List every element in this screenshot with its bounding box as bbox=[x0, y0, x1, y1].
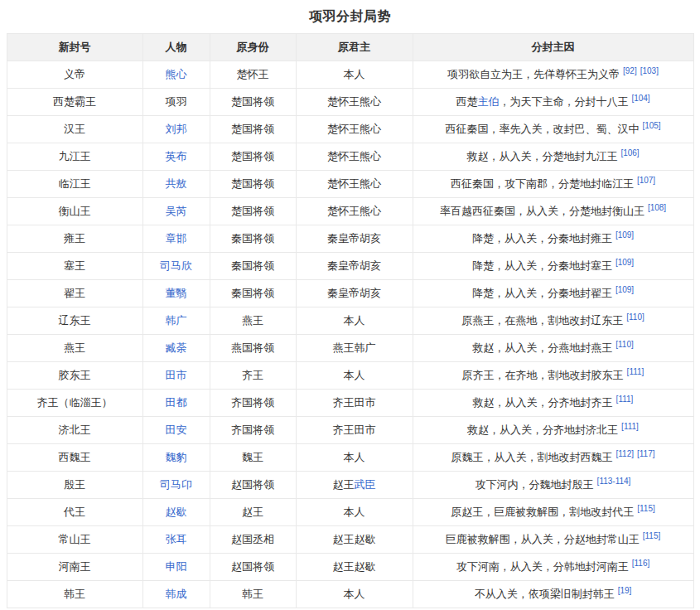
cell-new-title: 汉王 bbox=[7, 116, 142, 143]
table-row: 翟王董翳秦国将领秦皇帝胡亥降楚，从入关，分秦地封翟王[109] bbox=[7, 280, 693, 307]
table-row: 河南王申阳赵国将领赵王赵歇攻下河南，从入关，分韩地封河南王[116] bbox=[7, 554, 693, 581]
entity-link[interactable]: 田安 bbox=[166, 424, 187, 436]
reference-link[interactable]: [19] bbox=[618, 586, 632, 595]
entity-link[interactable]: 张耳 bbox=[166, 533, 187, 545]
reference-link[interactable]: [113-114] bbox=[597, 477, 631, 486]
table-row: 塞王司马欣秦国将领秦皇帝胡亥降楚，从入关，分秦地封塞王[109] bbox=[7, 253, 693, 280]
cell-new-title: 西楚霸王 bbox=[7, 89, 142, 116]
table-row: 临江王共敖楚国将领楚怀王熊心西征秦国，攻下南郡，分楚地封临江王[107] bbox=[7, 171, 693, 198]
cell-identity: 赵国将领 bbox=[210, 472, 296, 499]
reference-link[interactable]: [116] bbox=[632, 559, 650, 568]
page: 项羽分封局势 新封号人物原身份原君主分封主因 义帝熊心楚怀王本人项羽欲自立为王，… bbox=[0, 0, 700, 608]
cell-person: 魏豹 bbox=[142, 444, 210, 472]
reference-link[interactable]: [117] bbox=[637, 449, 655, 458]
cell-new-title: 雍王 bbox=[7, 225, 142, 253]
entity-link[interactable]: 刘邦 bbox=[166, 123, 187, 135]
cell-lord: 楚怀王熊心 bbox=[296, 198, 413, 225]
cell-identity: 楚国将领 bbox=[210, 116, 296, 143]
cell-person: 吴芮 bbox=[142, 198, 210, 225]
reference-link[interactable]: [111] bbox=[616, 395, 634, 404]
column-header-3: 原君主 bbox=[296, 34, 413, 61]
entity-link[interactable]: 田市 bbox=[166, 369, 187, 381]
reference-sup: [109] bbox=[616, 230, 634, 240]
cell-text: 巨鹿被救解围，从入关，分赵地封常山王 bbox=[446, 533, 640, 545]
cell-new-title: 辽东王 bbox=[7, 307, 142, 335]
cell-text: 攻下河南，从入关，分韩地封河南王 bbox=[456, 560, 629, 573]
reference-link[interactable]: [108] bbox=[648, 203, 666, 212]
reference-link[interactable]: [115] bbox=[643, 531, 661, 540]
reference-sup: [19] bbox=[618, 586, 632, 595]
cell-lord: 齐王田市 bbox=[296, 390, 413, 417]
cell-new-title: 衡山王 bbox=[7, 198, 142, 225]
cell-reason: 西楚主伯，为天下主命，分封十八王[104] bbox=[413, 89, 693, 116]
entity-link[interactable]: 申阳 bbox=[166, 560, 187, 573]
entity-link[interactable]: 魏豹 bbox=[166, 451, 187, 463]
entity-link[interactable]: 主伯 bbox=[477, 95, 499, 108]
cell-reason: 救赵，从入关，分齐地封齐王[111] bbox=[413, 390, 693, 417]
reference-link[interactable]: [104] bbox=[631, 94, 649, 103]
reference-link[interactable]: [92] bbox=[623, 66, 637, 75]
reference-link[interactable]: [110] bbox=[616, 340, 634, 349]
reference-link[interactable]: [106] bbox=[620, 148, 639, 157]
reference-link[interactable]: [107] bbox=[637, 176, 655, 185]
entity-link[interactable]: 臧荼 bbox=[166, 341, 187, 354]
cell-reason: 降楚，从入关，分秦地封翟王[109] bbox=[413, 280, 693, 307]
cell-new-title: 燕王 bbox=[7, 335, 142, 362]
table-row: 韩王韩成韩王本人不从入关，依项梁旧制封韩王[19] bbox=[7, 581, 693, 608]
reference-link[interactable]: [105] bbox=[642, 121, 660, 130]
cell-text: 本人 bbox=[344, 369, 365, 381]
cell-identity: 秦国将领 bbox=[210, 280, 296, 307]
entity-link[interactable]: 董翳 bbox=[166, 287, 187, 299]
table-row: 济北王田安齐国将领齐王田市救赵，从入关，分齐地封济北王[111] bbox=[7, 417, 693, 444]
entity-link[interactable]: 熊心 bbox=[166, 68, 187, 80]
entity-link[interactable]: 韩成 bbox=[166, 588, 187, 600]
table-row: 九江王英布楚国将领楚怀王熊心救赵，从入关，分楚地封九江王[106] bbox=[7, 143, 693, 171]
cell-text: 原赵王，巨鹿被救解围，割地改封代王 bbox=[451, 506, 634, 518]
reference-link[interactable]: [115] bbox=[637, 504, 655, 513]
cell-text: 不从入关，依项梁旧制封韩王 bbox=[475, 588, 615, 600]
cell-person: 司马卬 bbox=[142, 472, 210, 499]
cell-person: 董翳 bbox=[142, 280, 210, 307]
cell-text: 西征秦国，率先入关，改封巴、蜀、汉中 bbox=[445, 123, 639, 135]
reference-link[interactable]: [111] bbox=[627, 367, 644, 376]
entity-link[interactable]: 司马欣 bbox=[160, 259, 192, 272]
entity-link[interactable]: 英布 bbox=[166, 150, 187, 162]
cell-identity: 楚国将领 bbox=[210, 143, 296, 171]
cell-text: 项羽欲自立为王，先佯尊怀王为义帝 bbox=[447, 68, 620, 80]
cell-text: 降楚，从入关，分秦地封翟王 bbox=[472, 287, 612, 299]
cell-person: 田都 bbox=[142, 390, 210, 417]
entity-link[interactable]: 韩广 bbox=[166, 314, 187, 327]
reference-link[interactable]: [112] bbox=[616, 449, 635, 458]
cell-person: 英布 bbox=[142, 143, 210, 171]
table-row: 齐王（临淄王）田都齐国将领齐王田市救赵，从入关，分齐地封齐王[111] bbox=[7, 390, 693, 417]
entity-link[interactable]: 司马卬 bbox=[160, 478, 192, 491]
cell-person: 共敖 bbox=[142, 171, 210, 198]
cell-text: 降楚，从入关，分秦地封塞王 bbox=[472, 259, 612, 272]
reference-link[interactable]: [111] bbox=[621, 422, 639, 431]
entity-link[interactable]: 共敖 bbox=[166, 177, 187, 190]
page-title: 项羽分封局势 bbox=[0, 0, 700, 33]
cell-text: 齐王田市 bbox=[333, 396, 376, 409]
reference-link[interactable]: [109] bbox=[616, 285, 634, 294]
cell-text: 秦皇帝胡亥 bbox=[327, 287, 381, 299]
reference-link[interactable]: [109] bbox=[616, 230, 634, 240]
cell-lord: 本人 bbox=[296, 61, 413, 89]
entity-link[interactable]: 赵歇 bbox=[166, 506, 187, 518]
cell-text: 楚怀王熊心 bbox=[327, 177, 381, 190]
cell-person: 张耳 bbox=[142, 526, 210, 554]
entity-link[interactable]: 田都 bbox=[166, 396, 187, 409]
entity-link[interactable]: 吴芮 bbox=[166, 205, 187, 217]
reference-link[interactable]: [110] bbox=[626, 312, 644, 322]
reference-link[interactable]: [109] bbox=[616, 258, 634, 267]
cell-identity: 楚国将领 bbox=[210, 171, 296, 198]
reference-link[interactable]: [103] bbox=[640, 66, 659, 75]
cell-text: 项羽 bbox=[166, 95, 187, 108]
cell-lord: 秦皇帝胡亥 bbox=[296, 225, 413, 253]
table-row: 西魏王魏豹魏王本人原魏王，从入关，割地改封西魏王[112][117] bbox=[7, 444, 693, 472]
entity-link[interactable]: 武臣 bbox=[355, 478, 376, 491]
cell-text: 楚怀王熊心 bbox=[327, 123, 381, 135]
entity-link[interactable]: 章邯 bbox=[166, 232, 187, 244]
cell-lord: 本人 bbox=[296, 307, 413, 335]
cell-person: 臧荼 bbox=[142, 335, 210, 362]
cell-new-title: 翟王 bbox=[7, 280, 142, 307]
